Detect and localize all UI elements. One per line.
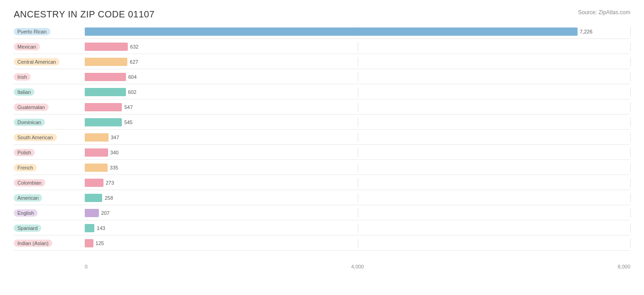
bar-value-label: 602 bbox=[128, 89, 136, 95]
bar-label-pill: Central American bbox=[14, 58, 60, 66]
bar-label: Puerto Rican bbox=[14, 28, 85, 35]
bar-label-pill: English bbox=[14, 209, 38, 217]
bar-label: Indian (Asian) bbox=[14, 240, 85, 247]
bar-label: Colombian bbox=[14, 179, 85, 186]
bar: 258 bbox=[85, 194, 102, 202]
x-label-0: 0 bbox=[85, 264, 267, 269]
bar-label: Guatemalan bbox=[14, 104, 85, 111]
bar: 340 bbox=[85, 148, 108, 157]
bar-label-pill: Dominican bbox=[14, 119, 45, 126]
bar: 627 bbox=[85, 58, 127, 66]
bar: 335 bbox=[85, 164, 108, 172]
bar: 125 bbox=[85, 239, 93, 247]
bar-row: Polish340 bbox=[14, 145, 630, 160]
bar-container: 627 bbox=[85, 57, 630, 66]
bar-label: Spaniard bbox=[14, 224, 85, 232]
bar-label-pill: American bbox=[14, 194, 42, 202]
bar-label: French bbox=[14, 164, 85, 171]
bar-value-label: 545 bbox=[124, 120, 132, 125]
bar-container: 604 bbox=[85, 72, 630, 82]
bar: 602 bbox=[85, 88, 126, 96]
bar-value-label: 347 bbox=[111, 135, 119, 140]
bar: 7,226 bbox=[85, 27, 578, 36]
bar: 273 bbox=[85, 179, 104, 187]
bar-label: English bbox=[14, 209, 85, 217]
bar: 143 bbox=[85, 224, 94, 232]
bar-row: Indian (Asian)125 bbox=[14, 236, 630, 251]
bar-container: 340 bbox=[85, 148, 630, 157]
bar-row: South American347 bbox=[14, 130, 630, 145]
bar-label-pill: Puerto Rican bbox=[14, 28, 50, 35]
bar-label: Dominican bbox=[14, 119, 85, 126]
bar: 347 bbox=[85, 133, 109, 142]
bar-container: 207 bbox=[85, 208, 630, 218]
bar-value-label: 258 bbox=[104, 195, 113, 201]
bar-container: 547 bbox=[85, 103, 630, 112]
bar-label: Mexican bbox=[14, 43, 85, 50]
bar-label: Central American bbox=[14, 58, 85, 66]
bar-row: Puerto Rican7,226 bbox=[14, 24, 630, 39]
bar-label: Polish bbox=[14, 149, 85, 156]
bar: 547 bbox=[85, 103, 122, 111]
x-label-8000: 8,000 bbox=[448, 264, 630, 269]
bar-value-label: 207 bbox=[101, 210, 109, 216]
bar-row: Colombian273 bbox=[14, 175, 630, 190]
bar-container: 125 bbox=[85, 239, 630, 248]
x-label-4000: 4,000 bbox=[267, 264, 448, 269]
bar: 207 bbox=[85, 209, 99, 217]
bar-container: 143 bbox=[85, 224, 630, 233]
bar-label: American bbox=[14, 194, 85, 202]
bar: 545 bbox=[85, 118, 122, 126]
bar-row: Dominican545 bbox=[14, 115, 630, 130]
bar-row: American258 bbox=[14, 191, 630, 205]
bar-value-label: 273 bbox=[106, 180, 114, 186]
bar-label-pill: Guatemalan bbox=[14, 104, 49, 111]
bar-value-label: 627 bbox=[130, 59, 138, 65]
source-label: Source: ZipAtlas.com bbox=[578, 9, 630, 16]
x-axis: 0 4,000 8,000 bbox=[85, 264, 630, 269]
bar-label-pill: Colombian bbox=[14, 179, 45, 186]
bar-row: Irish604 bbox=[14, 70, 630, 84]
bar-label: Italian bbox=[14, 88, 85, 96]
bar-container: 602 bbox=[85, 87, 630, 97]
bar-value-label: 125 bbox=[96, 240, 104, 246]
bar-label-pill: Polish bbox=[14, 149, 35, 156]
bar-row: French335 bbox=[14, 160, 630, 175]
page-title: ANCESTRY IN ZIP CODE 01107 bbox=[14, 9, 630, 20]
bar-container: 347 bbox=[85, 133, 630, 142]
bar-value-label: 335 bbox=[110, 165, 118, 170]
bar-container: 258 bbox=[85, 193, 630, 202]
bar-row: Guatemalan547 bbox=[14, 100, 630, 115]
bar-row: Italian602 bbox=[14, 85, 630, 99]
chart-inner: Puerto Rican7,226Mexican632Central Ameri… bbox=[14, 24, 630, 262]
bar-label-pill: Mexican bbox=[14, 43, 40, 50]
bar-row: Central American627 bbox=[14, 55, 630, 69]
bar-row: English207 bbox=[14, 206, 630, 220]
bar-container: 7,226 bbox=[85, 27, 630, 36]
bar-value-label: 632 bbox=[130, 44, 138, 49]
bar-label-pill: Italian bbox=[14, 88, 34, 96]
bar-row: Spaniard143 bbox=[14, 221, 630, 235]
chart-area: Puerto Rican7,226Mexican632Central Ameri… bbox=[14, 24, 630, 281]
bar-value-label: 604 bbox=[128, 74, 136, 80]
bar-container: 335 bbox=[85, 163, 630, 172]
bar-value-label: 7,226 bbox=[580, 29, 593, 34]
bar-value-label: 340 bbox=[110, 150, 119, 155]
bar-label-pill: South American bbox=[14, 134, 57, 141]
bar-value-label: 143 bbox=[97, 225, 105, 231]
bar-row: Mexican632 bbox=[14, 39, 630, 54]
bar-label-pill: Spaniard bbox=[14, 224, 41, 232]
bar: 632 bbox=[85, 43, 128, 51]
page-container: ANCESTRY IN ZIP CODE 01107 Source: ZipAt… bbox=[0, 0, 644, 295]
bar: 604 bbox=[85, 73, 126, 81]
bar-container: 632 bbox=[85, 42, 630, 51]
bar-label: South American bbox=[14, 134, 85, 141]
bar-label-pill: Irish bbox=[14, 73, 31, 81]
bar-label-pill: Indian (Asian) bbox=[14, 240, 52, 247]
bar-value-label: 547 bbox=[124, 104, 132, 110]
bar-label-pill: French bbox=[14, 164, 37, 171]
bar-container: 273 bbox=[85, 178, 630, 187]
bar-label: Irish bbox=[14, 73, 85, 81]
bar-container: 545 bbox=[85, 118, 630, 127]
